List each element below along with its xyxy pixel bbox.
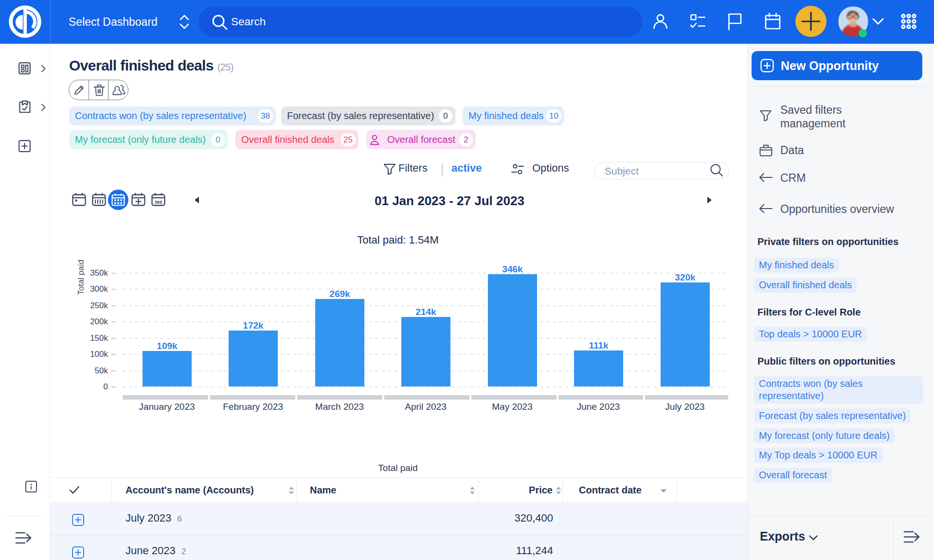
- svg-text:365: 365: [155, 199, 163, 205]
